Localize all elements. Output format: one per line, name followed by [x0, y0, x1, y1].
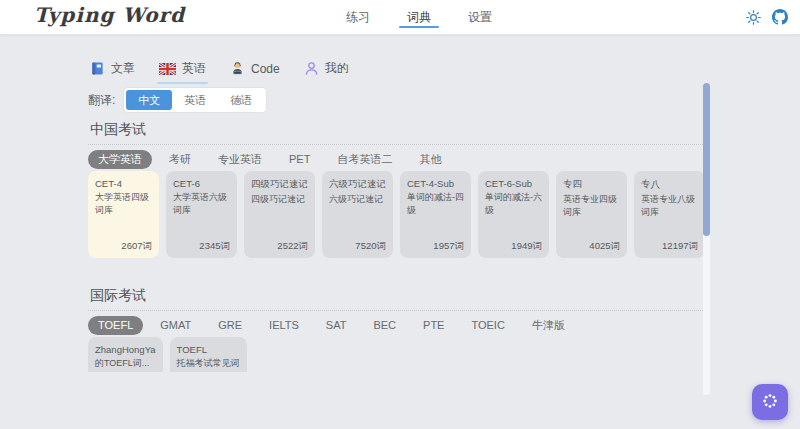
tab-label: 我的	[325, 60, 349, 77]
filter-chip[interactable]: 大学英语	[88, 150, 152, 169]
scrollbar-thumb[interactable]	[703, 83, 710, 236]
nav-item-dictionary[interactable]: 词典	[405, 0, 433, 34]
dict-card-name: CET-4-Sub	[407, 178, 464, 189]
dict-card-desc: 英语专业四级词库	[563, 193, 620, 240]
translate-option-chinese[interactable]: 中文	[126, 90, 172, 110]
dict-card-name: ZhangHongYa	[95, 344, 156, 355]
filter-chip[interactable]: TOEIC	[461, 316, 514, 335]
dict-card-row: CET-4 大学英语四级词库 2607词 CET-6 大学英语六级词库 2345…	[88, 171, 705, 258]
dotted-divider	[88, 310, 705, 311]
filter-chip[interactable]: 专业英语	[208, 150, 272, 169]
top-header: Typing Word 练习 词典 设置	[0, 0, 800, 35]
dict-card[interactable]: CET-6-Sub 单词的减法-六级 1949词	[478, 171, 549, 258]
filter-chip[interactable]: BEC	[363, 316, 406, 335]
tab-label: Code	[251, 62, 280, 76]
dict-card-desc: 单词的减法-四级	[407, 191, 464, 240]
filter-chip-row: TOEFL GMAT GRE IELTS SAT BEC PTE TOEIC 牛…	[88, 316, 575, 335]
fab-button[interactable]	[752, 384, 788, 420]
dict-card-desc: 四级巧记速记	[251, 193, 308, 240]
filter-chip[interactable]: 其他	[409, 150, 451, 169]
filter-chip[interactable]: 牛津版	[522, 316, 575, 335]
dict-card-desc: 英语专业八级词库	[641, 193, 698, 240]
main-nav: 练习 词典 设置	[344, 0, 494, 34]
dict-card-desc: 单词的减法-六级	[485, 191, 542, 240]
translate-option-english[interactable]: 英语	[172, 90, 218, 110]
app-logo: Typing Word	[34, 3, 185, 27]
section-title: 中国考试	[90, 121, 146, 139]
filter-chip[interactable]: TOEFL	[88, 316, 143, 335]
app-window: Typing Word 练习 词典 设置	[0, 0, 800, 429]
dict-card[interactable]: CET-4-Sub 单词的减法-四级 1957词	[400, 171, 471, 258]
dict-card[interactable]: TOEFL 托福考试常见词	[170, 337, 247, 372]
github-icon[interactable]	[772, 9, 788, 25]
person-icon	[304, 61, 319, 76]
technologist-icon	[230, 61, 245, 76]
tab-articles[interactable]: 文章	[88, 58, 137, 85]
translate-row: 翻译: 中文 英语 德语	[88, 88, 266, 112]
dict-card[interactable]: 专八 英语专业八级词库 12197词	[634, 171, 705, 258]
dict-card-desc: 大学英语四级词库	[95, 191, 152, 240]
sun-icon[interactable]	[745, 9, 761, 25]
dict-card[interactable]: CET-6 大学英语六级词库 2345词	[166, 171, 237, 258]
tab-code[interactable]: Code	[228, 58, 282, 85]
tab-english[interactable]: 英语	[157, 58, 208, 85]
dict-card[interactable]: CET-4 大学英语四级词库 2607词	[88, 171, 159, 258]
dict-card-name: CET-6	[173, 178, 230, 189]
dict-card[interactable]: 专四 英语专业四级词库 4025词	[556, 171, 627, 258]
section-title: 国际考试	[90, 287, 146, 305]
filter-chip[interactable]: 考研	[159, 150, 201, 169]
filter-chip[interactable]: IELTS	[259, 316, 309, 335]
filter-chip[interactable]: PTE	[413, 316, 454, 335]
nav-item-settings[interactable]: 设置	[466, 0, 494, 34]
dict-card-word-count: 1949词	[485, 240, 542, 253]
dict-card-name: CET-6-Sub	[485, 178, 542, 189]
dict-card-desc: 托福考试常见词	[177, 357, 240, 372]
dict-card-name: TOEFL	[177, 344, 240, 355]
tab-label: 英语	[182, 60, 206, 77]
filter-chip[interactable]: 自考英语二	[327, 150, 402, 169]
dict-card-name: 四级巧记速记	[251, 178, 308, 191]
dict-type-tabs: 文章 英语	[88, 58, 351, 85]
header-icons	[745, 0, 788, 34]
translate-option-german[interactable]: 德语	[218, 90, 264, 110]
translate-label: 翻译:	[88, 92, 115, 109]
dots-ring-icon	[761, 392, 779, 413]
dict-card-word-count: 12197词	[641, 240, 698, 253]
tab-mine[interactable]: 我的	[302, 58, 351, 85]
translate-segmented-control: 中文 英语 德语	[124, 88, 266, 112]
dict-card-word-count: 1957词	[407, 240, 464, 253]
dict-card-desc: 六级巧记速记	[329, 193, 386, 240]
dict-card-word-count: 4025词	[563, 240, 620, 253]
dict-card-word-count: 2607词	[95, 240, 152, 253]
uk-flag-icon	[159, 63, 176, 75]
filter-chip[interactable]: GRE	[208, 316, 252, 335]
filter-chip[interactable]: GMAT	[150, 316, 201, 335]
dict-card-word-count: 7520词	[329, 240, 386, 253]
dict-card-word-count: 2522词	[251, 240, 308, 253]
dotted-divider	[88, 144, 705, 145]
dict-card-row: ZhangHongYa 的TOEFL词... TOEFL 托福考试常见词	[88, 337, 247, 372]
dict-card-name: 六级巧记速记	[329, 178, 386, 191]
dict-card[interactable]: 六级巧记速记 六级巧记速记 7520词	[322, 171, 393, 258]
dict-card-name: 专四	[563, 178, 620, 191]
tab-label: 文章	[111, 60, 135, 77]
filter-chip[interactable]: SAT	[316, 316, 357, 335]
nav-item-practice[interactable]: 练习	[344, 0, 372, 34]
filter-chip[interactable]: PET	[279, 150, 320, 169]
dict-card[interactable]: ZhangHongYa 的TOEFL词...	[88, 337, 163, 372]
book-icon	[90, 61, 105, 76]
dict-card-desc: 大学英语六级词库	[173, 191, 230, 240]
dict-card[interactable]: 四级巧记速记 四级巧记速记 2522词	[244, 171, 315, 258]
dict-card-word-count: 2345词	[173, 240, 230, 253]
dict-card-name: 专八	[641, 178, 698, 191]
filter-chip-row: 大学英语 考研 专业英语 PET 自考英语二 其他	[88, 150, 451, 169]
dict-card-desc: 的TOEFL词...	[95, 357, 156, 372]
dict-card-name: CET-4	[95, 178, 152, 189]
